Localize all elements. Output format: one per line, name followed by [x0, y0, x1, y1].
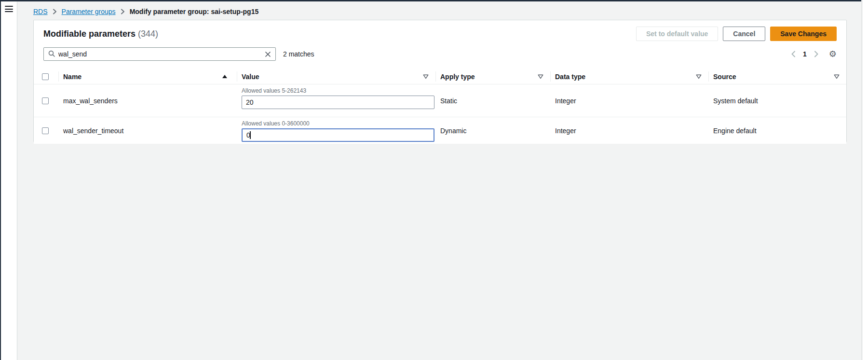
parameter-value-cell: Allowed values 5-262143 [237, 84, 435, 117]
select-all-checkbox[interactable] [42, 73, 49, 80]
filter-icon[interactable] [834, 74, 840, 79]
apply-type-value: Dynamic [435, 117, 550, 144]
value-input-max-wal-senders[interactable] [242, 96, 434, 109]
table-header-row: Name Value Apply type Data type [34, 69, 846, 84]
cancel-button[interactable]: Cancel [723, 27, 765, 41]
apply-type-value: Static [435, 84, 550, 117]
search-input[interactable] [58, 50, 261, 58]
chevron-right-icon [121, 9, 125, 14]
column-header-apply-type: Apply type [435, 69, 550, 84]
parameter-name: max_wal_senders [58, 84, 237, 117]
row-select-cell [34, 117, 58, 144]
data-type-value: Integer [550, 84, 708, 117]
filter-icon[interactable] [538, 74, 543, 79]
value-input-wal-sender-timeout[interactable] [242, 128, 434, 142]
parameters-card: Modifiable parameters (344) Set to defau… [33, 20, 847, 142]
parameter-count: (344) [138, 29, 158, 39]
parameter-value-cell: Allowed values 0-3600000 [237, 117, 435, 144]
previous-page-icon[interactable] [791, 51, 796, 57]
breadcrumb: RDS Parameter groups Modify parameter gr… [33, 8, 861, 15]
page-title: Modifiable parameters (344) [43, 29, 158, 39]
card-header: Modifiable parameters (344) Set to defau… [34, 20, 846, 41]
table-row: wal_sender_timeout Allowed values 0-3600… [34, 117, 846, 144]
current-page-number[interactable]: 1 [803, 50, 807, 58]
hamburger-menu-icon[interactable] [5, 6, 13, 12]
filter-icon[interactable] [696, 74, 702, 79]
table-toolbar: 2 matches 1 ⚙ [34, 41, 846, 61]
source-value: Engine default [708, 117, 846, 144]
text-cursor [250, 131, 251, 139]
parameter-search-box[interactable] [43, 47, 276, 61]
pagination: 1 ⚙ [791, 50, 837, 58]
collapsed-sidebar [1, 1, 17, 360]
allowed-values-hint: Allowed values 0-3600000 [242, 121, 310, 126]
table-row: max_wal_senders Allowed values 5-262143 … [34, 84, 846, 117]
column-header-source: Source [708, 69, 846, 84]
clear-search-icon[interactable] [265, 51, 271, 57]
search-icon [48, 50, 55, 58]
allowed-values-hint: Allowed values 5-262143 [242, 88, 306, 94]
main-content: RDS Parameter groups Modify parameter gr… [18, 1, 861, 142]
match-count: 2 matches [283, 50, 314, 58]
column-header-name[interactable]: Name [58, 69, 237, 84]
chevron-right-icon [53, 9, 57, 14]
row-checkbox[interactable] [42, 127, 49, 134]
right-edge-panel [862, 0, 868, 360]
select-all-cell [34, 69, 58, 84]
row-checkbox[interactable] [42, 97, 49, 104]
row-select-cell [34, 84, 58, 117]
data-type-value: Integer [550, 117, 708, 144]
column-header-data-type: Data type [550, 69, 708, 84]
breadcrumb-current: Modify parameter group: sai-setup-pg15 [130, 8, 259, 15]
set-to-default-button[interactable]: Set to default value [636, 27, 718, 41]
preferences-gear-icon[interactable]: ⚙ [829, 50, 837, 58]
next-page-icon[interactable] [814, 51, 819, 57]
column-header-value: Value [237, 69, 435, 84]
parameters-table: Name Value Apply type Data type [34, 69, 846, 144]
parameter-name: wal_sender_timeout [58, 117, 237, 144]
header-actions: Set to default value Cancel Save Changes [636, 27, 837, 41]
filter-icon[interactable] [423, 74, 429, 79]
page-title-text: Modifiable parameters [43, 29, 136, 39]
source-value: System default [708, 84, 846, 117]
breadcrumb-link-parameter-groups[interactable]: Parameter groups [62, 8, 116, 15]
save-changes-button[interactable]: Save Changes [770, 27, 837, 41]
sort-ascending-icon [222, 75, 227, 78]
breadcrumb-link-rds[interactable]: RDS [33, 8, 48, 15]
